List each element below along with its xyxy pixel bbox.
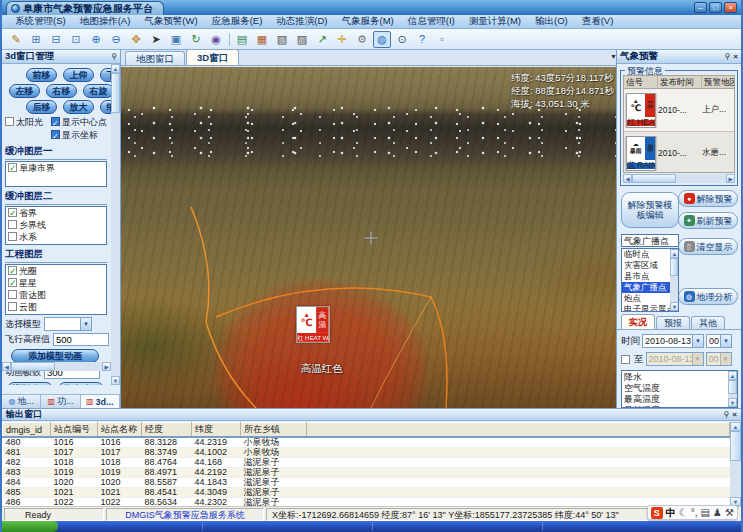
- scroll-up-icon[interactable]: ▲: [670, 249, 679, 258]
- warning-table-hscrollbar[interactable]: ◀ ▶: [623, 174, 735, 183]
- element-list-vscrollbar[interactable]: ▲ ▼: [728, 371, 737, 407]
- zoom-out-button[interactable]: 缩小: [100, 100, 111, 114]
- ime-punct-icon[interactable]: °,: [691, 506, 698, 519]
- menu-item[interactable]: 输出(O): [528, 15, 575, 28]
- measure-icon[interactable]: ✎: [7, 31, 25, 48]
- remove-warning-template-button[interactable]: 解除预警模板编辑: [621, 192, 679, 228]
- layer-item-province[interactable]: 省界: [6, 207, 106, 219]
- scroll-thumb[interactable]: [670, 258, 678, 276]
- tab-map-layers[interactable]: ◍地...: [2, 395, 41, 408]
- identify-icon[interactable]: ◉: [207, 31, 225, 48]
- table-row[interactable]: 48510211021 88.454144.3049滋泥泉子: [3, 488, 730, 498]
- table-row[interactable]: 48310191019 88.497144.2192滋泥泉子: [3, 468, 730, 478]
- layer-item-cloud[interactable]: 云图: [6, 301, 106, 313]
- refresh-warning-button[interactable]: ✦刷新预警: [678, 212, 738, 229]
- layer-item-stars[interactable]: 星星: [6, 277, 106, 289]
- menu-item[interactable]: 动态推演(D): [269, 15, 334, 28]
- hour-combo[interactable]: 00▼: [706, 334, 732, 348]
- table-row[interactable]: 48210181018 88.476444.168滋泥泉子: [3, 458, 730, 468]
- tab-3d-management[interactable]: ▥3d...: [81, 395, 120, 408]
- scroll-down-icon[interactable]: ▼: [728, 398, 737, 407]
- ime-moon-icon[interactable]: ☾: [679, 506, 688, 519]
- heat-warning-marker[interactable]: ▲℃ 高温 红 HEAT WAVE: [296, 306, 330, 343]
- refresh-view-icon[interactable]: ↻: [187, 31, 205, 48]
- key-icon[interactable]: ✛: [333, 31, 351, 48]
- left-panel-vscrollbar[interactable]: ▲ ▼: [111, 64, 120, 385]
- layer-item-township-line[interactable]: 乡界线: [6, 219, 106, 231]
- to-checkbox[interactable]: [621, 355, 630, 364]
- window-icon[interactable]: ▫: [433, 31, 451, 48]
- menu-item[interactable]: 地图操作(A): [73, 15, 138, 28]
- table-row[interactable]: 48610221022 88.563444.2302滋泥泉子: [3, 498, 730, 507]
- scroll-up-icon[interactable]: ▲: [728, 371, 737, 380]
- basemap-icon[interactable]: ▤: [233, 31, 251, 48]
- pitch-up-button[interactable]: 上仰: [63, 68, 94, 82]
- layer-item-radar[interactable]: 雷达图: [6, 289, 106, 301]
- 3d-terrain-viewport[interactable]: 纬度: 43度57分18.117秒经度: 88度18分14.871秒海拔: 43…: [121, 67, 620, 408]
- stop-anim-button[interactable]: 停止动画: [58, 382, 104, 385]
- pitch-down-button[interactable]: 下俯: [100, 68, 111, 82]
- full-extent-icon[interactable]: ▣: [167, 31, 185, 48]
- list-item[interactable]: 灾害区域: [622, 260, 670, 271]
- close-icon[interactable]: ×: [733, 52, 738, 61]
- zoom-select-icon[interactable]: ⊞: [27, 31, 45, 48]
- menu-item[interactable]: 气象预警(W): [137, 15, 204, 28]
- ime-user-icon[interactable]: ♟: [713, 506, 722, 519]
- move-forward-button[interactable]: 前移: [26, 68, 57, 82]
- add-model-anim-button[interactable]: 添加模型动画: [11, 349, 99, 363]
- scroll-right-icon[interactable]: ▶: [102, 362, 111, 371]
- clear-display-button[interactable]: ▯清空显示: [678, 238, 738, 255]
- menu-item[interactable]: 测量计算(M): [462, 15, 528, 28]
- layer-item-halo[interactable]: 光圈: [6, 265, 106, 277]
- ime-lang-chinese[interactable]: 中: [666, 506, 676, 519]
- menu-item[interactable]: 信息管理(I): [401, 15, 462, 28]
- zoom-window-icon[interactable]: ⊡: [67, 31, 85, 48]
- pin-icon[interactable]: ⚲: [724, 52, 730, 61]
- zoom-out-icon[interactable]: ⊖: [107, 31, 125, 48]
- ime-keyboard-icon[interactable]: ▤: [701, 506, 710, 519]
- tab-realtime[interactable]: 实况: [621, 314, 655, 329]
- list-item[interactable]: 电子显示屏点: [622, 304, 670, 312]
- zoom-in-button[interactable]: 放大: [63, 100, 94, 114]
- layer-item-fukang-boundary[interactable]: 阜康市界: [6, 162, 106, 174]
- date-to-combo-disabled[interactable]: 2010-08-13▼: [646, 352, 704, 366]
- scroll-right-icon[interactable]: ▶: [726, 174, 735, 183]
- help-icon[interactable]: ?: [413, 31, 431, 48]
- tab-forecast[interactable]: 预报: [656, 316, 690, 329]
- fly-height-input[interactable]: [53, 333, 109, 346]
- eye-icon[interactable]: ⊙: [393, 31, 411, 48]
- settings-icon[interactable]: ⚙: [353, 31, 371, 48]
- toolbar-separator[interactable]: [227, 31, 231, 48]
- menu-item[interactable]: 查看(V): [575, 15, 621, 28]
- date-combo[interactable]: 2010-08-13▼: [642, 334, 704, 348]
- scroll-thumb[interactable]: [730, 431, 741, 461]
- pin-icon[interactable]: ⚲: [111, 52, 117, 61]
- hour-to-combo-disabled[interactable]: 00▼: [706, 352, 732, 366]
- scroll-up-icon[interactable]: ▲: [730, 422, 741, 431]
- menu-item[interactable]: 系统管理(S): [8, 15, 73, 28]
- menu-item[interactable]: 气象服务(M): [335, 15, 401, 28]
- scroll-up-icon[interactable]: ▲: [111, 64, 120, 73]
- output-vscrollbar[interactable]: ▲ ▼: [730, 422, 741, 506]
- remove-warning-button[interactable]: ●解除预警: [678, 190, 738, 207]
- scroll-left-icon[interactable]: ◀: [623, 174, 632, 183]
- list-item[interactable]: 炮点: [622, 293, 670, 304]
- show-center-checkbox[interactable]: 显示中心点: [51, 116, 107, 129]
- ime-wrench-icon[interactable]: ⚒: [725, 506, 734, 519]
- model-anim-button[interactable]: 模型动画: [7, 382, 53, 385]
- print-icon[interactable]: ▧: [273, 31, 291, 48]
- tab-functions[interactable]: ▥功...: [41, 395, 80, 408]
- tab-map-window[interactable]: 地图窗口: [125, 51, 185, 65]
- pointer-box-icon[interactable]: ⊟: [47, 31, 65, 48]
- close-icon[interactable]: ×: [732, 410, 737, 419]
- list-item[interactable]: 降水: [622, 372, 728, 383]
- rotate-right-button[interactable]: 右旋: [83, 84, 111, 98]
- fly-icon[interactable]: ↗: [313, 31, 331, 48]
- sogou-icon[interactable]: S: [651, 507, 663, 519]
- tab-3d-window[interactable]: 3D窗口: [186, 49, 239, 65]
- scroll-down-icon[interactable]: ▼: [111, 376, 120, 385]
- pan-icon[interactable]: ✥: [127, 31, 145, 48]
- scroll-thumb[interactable]: [111, 73, 120, 113]
- warning-row-rain[interactable]: ☁暴雨暴雨蓝 RAIN STORM 2010-... 水磨...: [624, 132, 734, 173]
- list-item[interactable]: 空气温度: [622, 383, 728, 394]
